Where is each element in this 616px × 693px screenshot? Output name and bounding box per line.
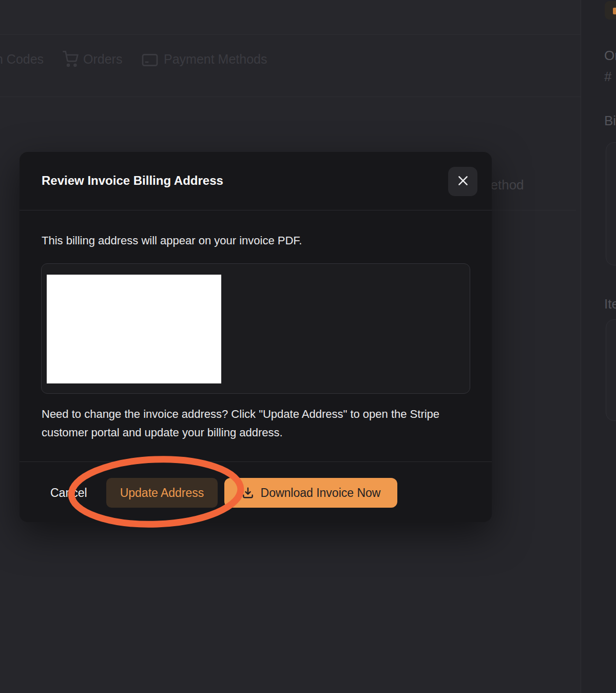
sidebar-items-card	[606, 319, 616, 421]
download-invoice-button[interactable]: Download Invoice Now	[224, 478, 397, 508]
header-divider	[20, 210, 492, 210]
credit-card-icon	[142, 52, 158, 68]
top-toolbar	[0, 0, 581, 35]
sidebar-items-label: Ite	[604, 296, 616, 312]
corner-button-icon	[613, 8, 616, 14]
billing-address-preview	[41, 263, 470, 394]
download-icon	[241, 486, 255, 499]
tab-payment-methods[interactable]: Payment Methods	[164, 51, 267, 67]
cancel-button[interactable]: Cancel	[39, 478, 99, 508]
close-icon	[456, 174, 470, 189]
download-button-label: Download Invoice Now	[261, 486, 381, 500]
close-button[interactable]	[448, 167, 477, 196]
screen: n Codes Orders Payment Methods Payment M…	[0, 0, 616, 693]
shopping-cart-icon	[62, 51, 79, 67]
address-redacted-block	[47, 275, 221, 383]
tab-orders[interactable]: Orders	[83, 51, 122, 67]
tab-bar-divider	[0, 97, 581, 97]
tab-codes[interactable]: n Codes	[0, 51, 44, 67]
footer-divider	[20, 461, 492, 462]
update-address-button[interactable]: Update Address	[106, 478, 218, 508]
sidebar-billing-card	[606, 142, 616, 265]
review-invoice-billing-address-dialog: Review Invoice Billing Address This bill…	[20, 152, 492, 522]
dialog-title: Review Invoice Billing Address	[42, 174, 223, 188]
dialog-description: This billing address will appear on your…	[42, 234, 302, 247]
sidebar-order-number: #	[604, 69, 611, 84]
update-address-note: Need to change the invoice address? Clic…	[42, 405, 479, 442]
sidebar-billing-label: Bil	[604, 113, 616, 128]
sidebar-order-label: Or	[604, 48, 616, 63]
